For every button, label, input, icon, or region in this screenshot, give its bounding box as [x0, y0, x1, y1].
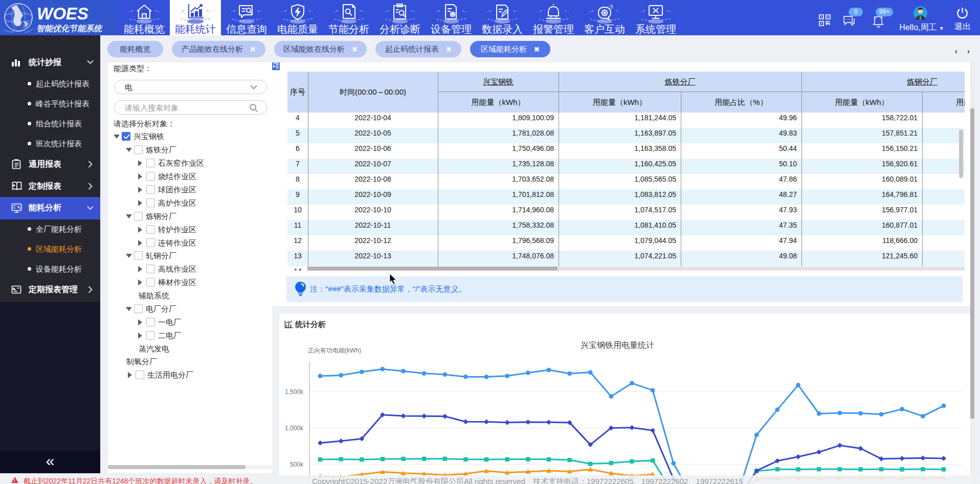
svg-text:500k: 500k	[290, 461, 304, 468]
svg-text:1,500k: 1,500k	[285, 388, 304, 395]
svg-text:WOES: WOES	[37, 4, 88, 23]
svg-text:1,000k: 1,000k	[285, 425, 304, 432]
svg-text:智能优化节能系统: 智能优化节能系统	[36, 24, 103, 33]
